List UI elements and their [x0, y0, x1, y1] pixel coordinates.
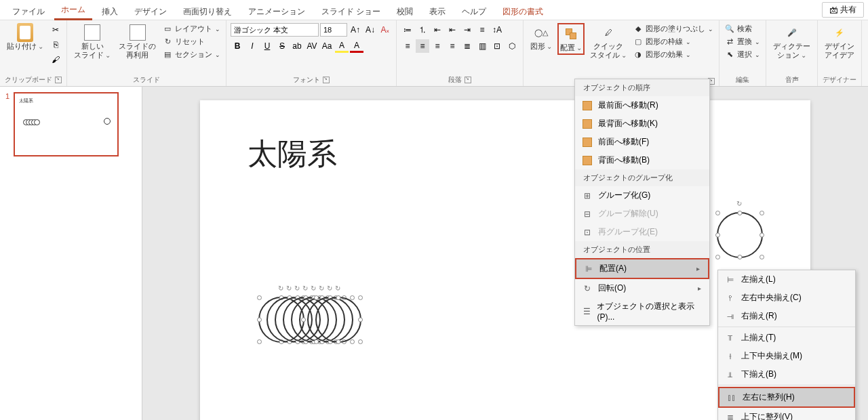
- list-level-button[interactable]: ⇤: [431, 23, 444, 37]
- italic-button[interactable]: I: [245, 39, 259, 53]
- thumbnail-panel[interactable]: 1 太陽系: [0, 87, 142, 420]
- resize-handle[interactable]: [715, 255, 720, 259]
- tab-insert[interactable]: 挿入: [95, 3, 125, 20]
- tab-file[interactable]: ファイル: [5, 3, 52, 20]
- rotate-handle[interactable]: ↻: [736, 200, 743, 207]
- justify-button[interactable]: ≡: [446, 39, 459, 53]
- numbering-button[interactable]: ⒈: [416, 23, 429, 37]
- isolated-circle-shape[interactable]: ↻: [717, 212, 763, 258]
- font-launcher[interactable]: [323, 77, 330, 83]
- tab-animations[interactable]: アニメーション: [241, 3, 312, 20]
- rotate-handle[interactable]: ↻: [278, 285, 285, 291]
- menu-bring-forward[interactable]: 前面へ移動(F): [575, 133, 709, 151]
- format-painter-button[interactable]: 🖌: [49, 53, 62, 66]
- clear-formatting-button[interactable]: Aₓ: [378, 23, 392, 37]
- menu-align-middle[interactable]: ⫲上下中央揃え(M): [718, 347, 855, 365]
- tab-view[interactable]: 表示: [422, 3, 452, 20]
- replace-button[interactable]: ⇄置換⌄: [724, 36, 762, 47]
- menu-distribute-horizontal[interactable]: ⫿⫿左右に整列(H): [718, 387, 855, 408]
- menu-rotate[interactable]: ↻回転(O)▸: [575, 279, 709, 297]
- section-button[interactable]: ▤セクション⌄: [161, 49, 222, 60]
- slide-title-text[interactable]: 太陽系: [248, 134, 337, 174]
- tab-home[interactable]: ホーム: [54, 1, 92, 20]
- menu-align[interactable]: ⊫配置(A)▸: [575, 258, 709, 279]
- tab-design[interactable]: デザイン: [127, 3, 174, 20]
- find-button[interactable]: 🔍検索: [724, 23, 762, 35]
- new-slide-button[interactable]: 新しい スライド: [71, 23, 113, 61]
- circle-shape[interactable]: ↻: [315, 297, 361, 343]
- align-left-button[interactable]: ≡: [401, 39, 414, 53]
- shadow-button[interactable]: ab: [290, 39, 304, 53]
- text-direction-button[interactable]: ↕A: [490, 23, 504, 37]
- resize-handle[interactable]: [760, 211, 764, 215]
- quick-styles-button[interactable]: 🖊 クイック スタイル: [587, 23, 629, 61]
- share-button[interactable]: 🖄 共有: [822, 2, 864, 18]
- resize-handle[interactable]: [760, 233, 764, 238]
- resize-handle[interactable]: [738, 211, 743, 215]
- reset-button[interactable]: ↻リセット: [161, 36, 222, 47]
- tab-slideshow[interactable]: スライド ショー: [315, 3, 387, 20]
- underline-button[interactable]: U: [260, 39, 274, 53]
- bold-button[interactable]: B: [231, 39, 244, 53]
- columns-button[interactable]: ▥: [475, 39, 489, 53]
- decrease-font-button[interactable]: A↓: [363, 23, 377, 37]
- increase-indent-button[interactable]: ⇥: [460, 23, 474, 37]
- resize-handle[interactable]: [257, 295, 262, 300]
- slide-thumbnail[interactable]: 太陽系: [14, 92, 119, 156]
- resize-handle[interactable]: [257, 339, 262, 344]
- dictate-button[interactable]: 🎤 ディクテー ション: [770, 23, 813, 61]
- resize-handle[interactable]: [257, 318, 262, 322]
- thumbnail-item[interactable]: 1 太陽系: [5, 92, 136, 156]
- layout-button[interactable]: ▭レイアウト⌄: [161, 23, 222, 35]
- menu-align-top[interactable]: ⫪上揃え(T): [718, 329, 855, 347]
- distribute-button[interactable]: ≣: [460, 39, 474, 53]
- menu-distribute-vertical[interactable]: ≣上下に整列(V): [718, 408, 855, 420]
- highlight-button[interactable]: A: [335, 39, 349, 53]
- font-name-combo[interactable]: 游ゴシック 本文: [231, 23, 319, 37]
- paragraph-launcher[interactable]: [465, 77, 471, 83]
- menu-bring-to-front[interactable]: 最前面へ移動(R): [575, 96, 709, 114]
- strikethrough-button[interactable]: S: [275, 39, 289, 53]
- resize-handle[interactable]: [760, 255, 764, 259]
- tab-help[interactable]: ヘルプ: [455, 3, 493, 20]
- arrange-menu[interactable]: オブジェクトの順序 最前面へ移動(R) 最背面へ移動(K) 前面へ移動(F) 背…: [574, 79, 710, 326]
- font-size-combo[interactable]: 18: [320, 23, 347, 37]
- reuse-slide-button[interactable]: スライドの 再利用: [116, 23, 159, 61]
- align-text-button[interactable]: ⊡: [490, 39, 504, 53]
- shape-fill-button[interactable]: ◆図形の塗りつぶし⌄: [632, 23, 715, 35]
- change-case-button[interactable]: Aa: [320, 39, 334, 53]
- line-spacing-button[interactable]: ≡: [475, 23, 489, 37]
- menu-align-right[interactable]: ⫣右揃え(R): [718, 307, 855, 325]
- resize-handle[interactable]: [715, 233, 720, 238]
- design-ideas-button[interactable]: ⚡ デザイン アイデア: [822, 23, 857, 61]
- shape-effects-button[interactable]: ◑図形の効果⌄: [632, 49, 715, 60]
- tab-review[interactable]: 校閲: [390, 3, 420, 20]
- bullets-button[interactable]: ≔: [401, 23, 414, 37]
- cut-button[interactable]: ✂: [49, 23, 62, 37]
- font-color-button[interactable]: A: [350, 39, 363, 53]
- char-spacing-button[interactable]: AV: [305, 39, 319, 53]
- menu-send-to-back[interactable]: 最背面へ移動(K): [575, 114, 709, 133]
- shape-outline-button[interactable]: ▢図形の枠線⌄: [632, 36, 715, 47]
- increase-font-button[interactable]: A↑: [349, 23, 362, 37]
- align-submenu[interactable]: ⊨左揃え(L) ⫯左右中央揃え(C) ⫣右揃え(R) ⫪上揃え(T) ⫲上下中央…: [717, 270, 856, 420]
- resize-handle[interactable]: [715, 211, 720, 215]
- menu-group[interactable]: ⊞グループ化(G): [575, 186, 709, 205]
- resize-handle[interactable]: [738, 255, 743, 259]
- paste-button[interactable]: 貼り付け: [4, 23, 46, 52]
- tab-transitions[interactable]: 画面切り替え: [176, 3, 239, 20]
- menu-align-bottom[interactable]: ⫫下揃え(B): [718, 365, 855, 383]
- decrease-indent-button[interactable]: ⇤: [446, 23, 459, 37]
- menu-send-backward[interactable]: 背面へ移動(B): [575, 151, 709, 169]
- clipboard-launcher[interactable]: [55, 77, 62, 83]
- smartart-button[interactable]: ⬡: [505, 39, 519, 53]
- arrange-button[interactable]: 配置: [557, 23, 585, 55]
- align-center-button[interactable]: ≡: [416, 39, 429, 53]
- menu-align-left[interactable]: ⊨左揃え(L): [718, 270, 855, 289]
- copy-button[interactable]: ⎘: [49, 38, 62, 51]
- menu-selection-pane[interactable]: ☰オブジェクトの選択と表示(P)...: [575, 297, 709, 325]
- tab-shape-format[interactable]: 図形の書式: [496, 3, 550, 20]
- align-right-button[interactable]: ≡: [431, 39, 444, 53]
- shapes-button[interactable]: ◯△ 図形: [528, 23, 555, 52]
- select-button[interactable]: ⬉選択⌄: [724, 49, 762, 60]
